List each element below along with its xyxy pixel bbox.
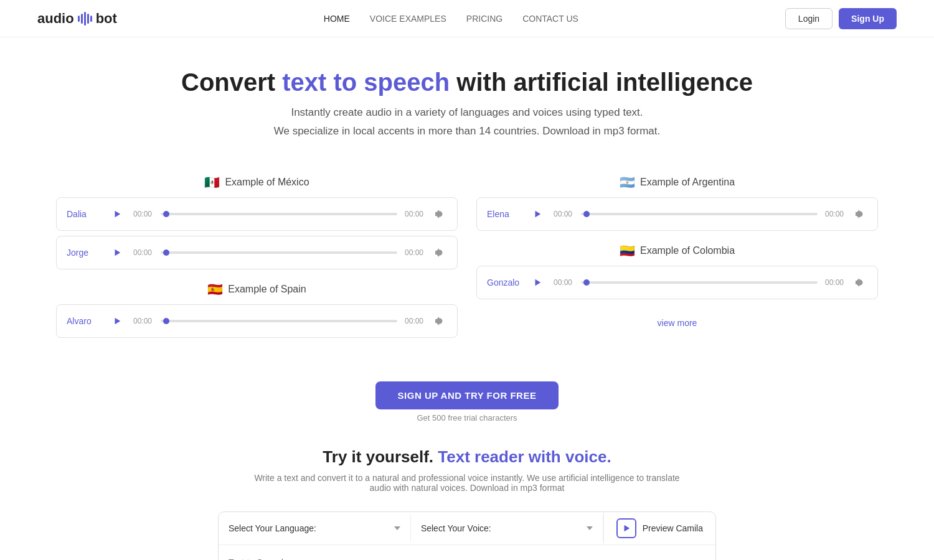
cta-button[interactable]: SIGN UP AND TRY FOR FREE bbox=[375, 381, 559, 409]
signup-button[interactable]: Sign Up bbox=[839, 8, 897, 29]
player-jorge-thumb bbox=[163, 250, 169, 256]
spain-flag: 🇪🇸 bbox=[207, 282, 223, 297]
play-elena-button[interactable] bbox=[529, 205, 546, 223]
voice-dropdown-label: Select Your Voice: bbox=[421, 523, 491, 533]
nav-contact-us[interactable]: CONTACT US bbox=[522, 14, 578, 24]
player-alvaro-thumb bbox=[163, 318, 169, 324]
player-gonzalo-time-end: 00:00 bbox=[825, 278, 845, 287]
argentina-title-text: Example of Argentina bbox=[640, 177, 735, 188]
colombia-title-text: Example of Colombia bbox=[640, 245, 735, 256]
player-gonzalo-progress[interactable] bbox=[581, 281, 818, 284]
example-spain-title: 🇪🇸 Example of Spain bbox=[56, 282, 458, 297]
player-elena-time-start: 00:00 bbox=[554, 210, 573, 218]
examples-right: 🇦🇷 Example of Argentina Elena 00:00 00:0… bbox=[476, 175, 878, 350]
logo-bar-3 bbox=[84, 12, 86, 26]
play-alvaro-button[interactable] bbox=[108, 312, 126, 330]
player-dalia-time-start: 00:00 bbox=[133, 210, 153, 218]
example-argentina-title: 🇦🇷 Example of Argentina bbox=[476, 175, 878, 190]
svg-marker-0 bbox=[115, 211, 121, 218]
player-dalia: Dalia 00:00 00:00 bbox=[56, 197, 458, 231]
volume-gonzalo-button[interactable] bbox=[852, 275, 867, 290]
try-description: Write a text and convert it to a natural… bbox=[249, 473, 685, 493]
nav-pricing[interactable]: PRICING bbox=[466, 14, 502, 24]
example-colombia: 🇨🇴 Example of Colombia Gonzalo 00:00 00:… bbox=[476, 243, 878, 299]
hero-title-highlight: text to speech bbox=[282, 68, 450, 96]
spain-title-text: Example of Spain bbox=[228, 284, 306, 295]
logo-bar-1 bbox=[78, 16, 80, 22]
player-jorge-time-start: 00:00 bbox=[133, 248, 153, 257]
login-button[interactable]: Login bbox=[785, 8, 833, 29]
player-elena-progress[interactable] bbox=[581, 213, 818, 215]
colombia-flag: 🇨🇴 bbox=[620, 243, 635, 258]
example-spain: 🇪🇸 Example of Spain Alvaro 00:00 00:00 bbox=[56, 282, 458, 338]
hero-title: Convert text to speech with artificial i… bbox=[12, 68, 922, 96]
player-gonzalo-name: Gonzalo bbox=[487, 278, 521, 287]
tts-textarea[interactable] bbox=[219, 545, 715, 560]
player-elena-name: Elena bbox=[487, 209, 521, 219]
preview-button[interactable]: Preview Camila bbox=[603, 512, 715, 544]
nav-voice-examples[interactable]: VOICE EXAMPLES bbox=[370, 14, 446, 24]
hero-subtitle2: We specialize in local accents in more t… bbox=[12, 125, 922, 138]
voice-dropdown[interactable]: Select Your Voice: bbox=[411, 515, 603, 542]
logo-text-audio: audio bbox=[37, 11, 74, 27]
player-elena: Elena 00:00 00:00 bbox=[476, 197, 878, 231]
player-alvaro-time-end: 00:00 bbox=[405, 317, 425, 325]
player-dalia-progress[interactable] bbox=[161, 213, 397, 215]
language-dropdown-label: Select Your Language: bbox=[229, 523, 316, 533]
main-nav: HOME VOICE EXAMPLES PRICING CONTACT US bbox=[324, 14, 578, 24]
nav-home[interactable]: HOME bbox=[324, 14, 350, 24]
try-title-highlight: Text reader with voice. bbox=[433, 447, 611, 466]
player-alvaro-name: Alvaro bbox=[67, 316, 101, 326]
player-gonzalo: Gonzalo 00:00 00:00 bbox=[476, 266, 878, 299]
view-more-link[interactable]: view more bbox=[476, 312, 878, 334]
mexico-title-text: Example of México bbox=[225, 177, 309, 188]
tts-controls: Select Your Language: Select Your Voice:… bbox=[219, 512, 715, 545]
try-title-prefix: Try it yourself. bbox=[323, 447, 433, 466]
player-elena-time-end: 00:00 bbox=[825, 210, 845, 218]
player-gonzalo-time-start: 00:00 bbox=[554, 278, 573, 287]
argentina-flag: 🇦🇷 bbox=[620, 175, 635, 190]
svg-marker-2 bbox=[115, 318, 121, 325]
svg-marker-4 bbox=[535, 279, 541, 286]
tts-widget: Select Your Language: Select Your Voice:… bbox=[218, 511, 716, 560]
header-buttons: Login Sign Up bbox=[785, 8, 897, 29]
logo-icon bbox=[78, 12, 92, 26]
player-jorge-progress[interactable] bbox=[161, 251, 397, 254]
player-gonzalo-thumb bbox=[583, 279, 590, 286]
mexico-flag: 🇲🇽 bbox=[204, 175, 220, 190]
svg-marker-1 bbox=[115, 250, 121, 256]
hero-subtitle1: Instantly create audio in a variety of l… bbox=[12, 106, 922, 119]
player-alvaro-progress[interactable] bbox=[161, 320, 397, 322]
logo-bar-5 bbox=[90, 16, 92, 22]
header: audio bot HOME VOICE EXAMPLES PRICING CO… bbox=[0, 0, 934, 37]
player-dalia-time-end: 00:00 bbox=[405, 210, 425, 218]
player-alvaro-time-start: 00:00 bbox=[133, 317, 153, 325]
preview-label-text: Preview Camila bbox=[643, 523, 703, 533]
logo-bar-4 bbox=[87, 14, 89, 24]
volume-elena-button[interactable] bbox=[852, 207, 867, 222]
svg-marker-5 bbox=[624, 525, 630, 532]
try-section: Try it yourself. Text reader with voice.… bbox=[0, 435, 934, 499]
language-dropdown[interactable]: Select Your Language: bbox=[219, 515, 411, 542]
language-chevron-icon bbox=[394, 526, 400, 530]
cta-sublabel: Get 500 free trial characters bbox=[12, 413, 922, 422]
example-mexico: 🇲🇽 Example of México Dalia 00:00 00:00 bbox=[56, 175, 458, 269]
volume-alvaro-button[interactable] bbox=[432, 314, 447, 329]
player-dalia-name: Dalia bbox=[67, 209, 101, 219]
try-title: Try it yourself. Text reader with voice. bbox=[12, 447, 922, 467]
play-jorge-button[interactable] bbox=[108, 244, 126, 261]
volume-jorge-button[interactable] bbox=[432, 245, 447, 260]
hero-title-suffix: with artificial intelligence bbox=[450, 68, 753, 96]
play-gonzalo-button[interactable] bbox=[529, 274, 546, 291]
player-elena-thumb bbox=[583, 211, 590, 217]
logo-text-bot: bot bbox=[96, 11, 117, 27]
svg-marker-3 bbox=[535, 211, 541, 218]
play-dalia-button[interactable] bbox=[108, 205, 126, 223]
player-alvaro: Alvaro 00:00 00:00 bbox=[56, 304, 458, 338]
voice-chevron-icon bbox=[587, 526, 593, 530]
volume-dalia-button[interactable] bbox=[432, 207, 447, 222]
example-mexico-title: 🇲🇽 Example of México bbox=[56, 175, 458, 190]
hero-title-prefix: Convert bbox=[181, 68, 282, 96]
examples-section: 🇲🇽 Example of México Dalia 00:00 00:00 bbox=[31, 162, 903, 363]
player-jorge: Jorge 00:00 00:00 bbox=[56, 236, 458, 269]
